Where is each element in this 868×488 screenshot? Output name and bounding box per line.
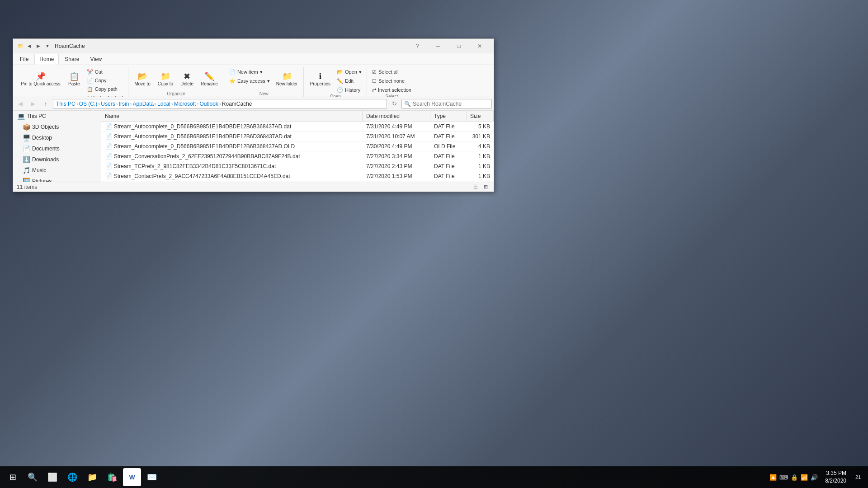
status-view-icons: ☰ ⊞ [471,183,490,191]
back-button[interactable]: ◀ [15,99,26,109]
file-row-0[interactable]: 📄 Stream_Autocomplete_0_D566B6B9851E1B4D… [101,122,494,131]
rename-button[interactable]: ✏️ Rename [198,68,221,91]
new-folder-button[interactable]: 📁 New folder [273,68,301,91]
ribbon-group-open: ℹ Properties 📂 Open ▾ ✏️ Edit [304,67,367,97]
file-type-5: DAT File [430,173,467,179]
breadcrumb-bar[interactable]: This PC › OS (C:) › Users › trsin › AppD… [53,99,387,109]
tab-home[interactable]: Home [34,54,59,65]
file-icon-5: 📄 [105,173,112,179]
breadcrumb-outlook[interactable]: Outlook [199,101,218,107]
tab-file[interactable]: File [15,54,33,65]
col-header-date[interactable]: Date modified [363,111,430,121]
sidebar-item-desktop[interactable]: 🖥️ Desktop [13,132,101,143]
ribbon-group-select: ☑ Select all ☐ Select none ⇄ Invert sele… [367,67,416,97]
breadcrumb-this-pc[interactable]: This PC [56,101,75,107]
up-button[interactable]: ↑ [40,99,51,109]
file-size-0: 5 KB [467,123,494,130]
col-header-size[interactable]: Size [467,111,494,121]
taskbar-word[interactable]: W [123,468,141,486]
file-date-3: 7/27/2020 3:34 PM [363,153,430,160]
select-all-button[interactable]: ☑ Select all [370,68,414,76]
pin-quick-access-button[interactable]: 📌 Pin to Quick access [18,68,64,91]
tab-view[interactable]: View [85,54,107,65]
pin-icon: 📌 [36,72,46,80]
title-bar-folder-icon[interactable]: 📁 [17,42,24,50]
taskbar-explorer[interactable]: 📁 [83,468,101,486]
title-bar-back-icon[interactable]: ◀ [26,42,33,50]
copy-button[interactable]: 📄 Copy [85,76,125,84]
file-row-5[interactable]: 📄 Stream_ContactPrefs_2_9ACC4747233A6F4A… [101,171,494,181]
col-header-name[interactable]: Name [101,111,363,121]
maximize-button[interactable]: □ [448,39,469,53]
edit-icon: ✏️ [337,78,343,84]
title-bar-quick-access: 📁 ◀ ▶ ▼ [17,42,51,50]
tab-share[interactable]: Share [60,54,84,65]
tray-up-arrow[interactable]: 🔼 [769,474,777,481]
breadcrumb-local[interactable]: Local [157,101,170,107]
notification-badge[interactable]: 21 [852,468,864,486]
sidebar-item-music[interactable]: 🎵 Music [13,165,101,176]
file-name-1: Stream_Autocomplete_0_D566B6B9851E1B4DBD… [114,133,292,140]
properties-button[interactable]: ℹ Properties [307,68,334,91]
easy-access-button[interactable]: ⭐ Easy access ▾ [227,77,272,85]
file-size-5: 1 KB [467,173,494,179]
sidebar-item-pictures[interactable]: 🖼️ Pictures [13,176,101,182]
edit-button[interactable]: ✏️ Edit [335,77,364,85]
file-type-2: OLD File [430,143,467,150]
title-bar-down-icon[interactable]: ▼ [44,42,51,50]
copy-to-button[interactable]: 📁 Copy to [155,68,176,91]
open-button[interactable]: 📂 Open ▾ [335,68,364,76]
file-type-1: DAT File [430,133,467,140]
sidebar-item-3d-objects[interactable]: 📦 3D Objects [13,122,101,132]
search-button[interactable]: 🔍 [24,468,42,486]
taskbar-mail[interactable]: ✉️ [143,468,161,486]
title-bar-forward-icon[interactable]: ▶ [35,42,42,50]
paste-button[interactable]: 📋 Paste [65,68,84,91]
details-view-button[interactable]: ☰ [471,183,480,191]
sidebar-item-downloads[interactable]: ⬇️ Downloads [13,154,101,165]
desktop-icon: 🖥️ [22,134,30,141]
file-type-0: DAT File [430,123,467,130]
history-icon: 🕐 [337,87,343,93]
breadcrumb-os-c[interactable]: OS (C:) [79,101,98,107]
move-icon: 📂 [137,72,147,80]
new-item-button[interactable]: 📄 New item ▾ [227,68,272,76]
file-list: Name Date modified Type Size 📄 Stream_Au… [101,111,494,182]
start-button[interactable]: ⊞ [4,468,22,486]
task-view-button[interactable]: ⬜ [43,468,61,486]
col-header-type[interactable]: Type [430,111,467,121]
file-row-3[interactable]: 📄 Stream_ConversationPrefs_2_62EF2395120… [101,151,494,161]
file-row-1[interactable]: 📄 Stream_Autocomplete_0_D566B6B9851E1B4D… [101,131,494,141]
select-none-button[interactable]: ☐ Select none [370,77,414,85]
taskbar-edge[interactable]: 🌐 [63,468,81,486]
forward-button[interactable]: ▶ [28,99,38,109]
close-button[interactable]: ✕ [469,39,490,53]
refresh-button[interactable]: ↻ [389,99,400,109]
breadcrumb-users[interactable]: Users [101,101,115,107]
file-row-4[interactable]: 📄 Stream_TCPrefs_2_981C82FEB3342B4D81C33… [101,161,494,171]
music-icon: 🎵 [22,167,30,174]
invert-selection-button[interactable]: ⇄ Invert selection [370,86,414,94]
minimize-button[interactable]: ─ [428,39,448,53]
copy-path-button[interactable]: 📋 Copy path [85,85,125,93]
file-size-4: 1 KB [467,163,494,169]
delete-button[interactable]: ✖ Delete [177,68,197,91]
paste-icon: 📋 [69,72,79,80]
file-date-1: 7/31/2020 10:07 AM [363,133,430,140]
move-to-button[interactable]: 📂 Move to [131,68,154,91]
breadcrumb-appdata[interactable]: AppData [132,101,154,107]
search-input[interactable] [401,99,492,109]
properties-icon: ℹ [319,72,322,80]
taskbar-clock[interactable]: 3:35 PM 8/2/2020 [821,469,850,485]
large-icons-view-button[interactable]: ⊞ [481,183,490,191]
sidebar-item-documents[interactable]: 📄 Documents [13,143,101,154]
sidebar-item-this-pc[interactable]: 💻 This PC [13,111,101,122]
breadcrumb-microsoft[interactable]: Microsoft [174,101,196,107]
file-row-2[interactable]: 📄 Stream_Autocomplete_0_D566B6B9851E1B4D… [101,141,494,151]
taskbar-store[interactable]: 🛍️ [103,468,121,486]
cut-button[interactable]: ✂️ Cut [85,68,125,76]
address-bar: ◀ ▶ ↑ This PC › OS (C:) › Users › trsin … [13,97,494,111]
history-button[interactable]: 🕐 History [335,86,364,94]
breadcrumb-trsin[interactable]: trsin [119,101,129,107]
help-button[interactable]: ? [407,39,428,53]
